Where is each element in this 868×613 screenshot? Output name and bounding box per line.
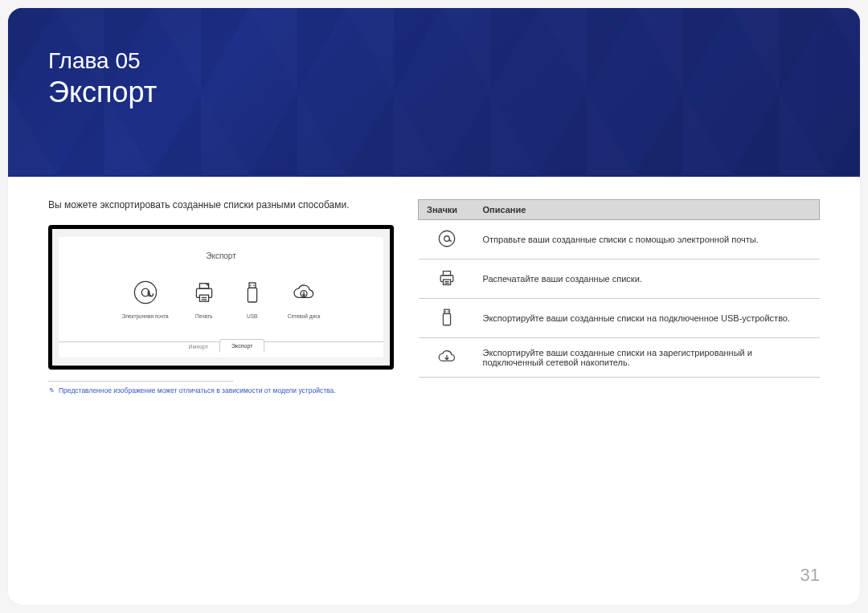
svg-point-12 [439, 231, 455, 247]
footnote: ✎Представленное изображение может отлича… [48, 386, 394, 394]
option-network-label: Сетевой диск [288, 313, 321, 319]
table-row: Распечатайте ваши созданные списки. [419, 260, 820, 299]
tab-import: Импорт [178, 341, 219, 352]
at-icon [133, 294, 158, 308]
chapter-title: Экспорт [48, 76, 820, 109]
footnote-text: Представленное изображение может отличат… [59, 386, 336, 394]
table-row: Экспортируйте ваши созданные списки на п… [419, 299, 820, 338]
table-row: Экспортируйте ваши созданные списки на з… [419, 338, 820, 378]
table-desc: Распечатайте ваши созданные списки. [475, 260, 820, 299]
option-print: Печать [191, 280, 217, 319]
table-desc: Отправьте ваши созданные списки с помощь… [475, 220, 820, 260]
table-header-icons: Значки [419, 200, 475, 220]
table-header-desc: Описание [475, 200, 820, 220]
footnote-divider [48, 381, 233, 382]
screen-tabs: Импорт Экспорт [59, 341, 383, 358]
option-usb: USB [240, 280, 265, 319]
svg-point-13 [444, 236, 449, 242]
option-email-label: Электронная почта [122, 313, 169, 319]
svg-rect-8 [248, 288, 256, 302]
cloud-download-icon [436, 359, 457, 369]
table-row: Отправьте ваши созданные списки с помощь… [419, 220, 820, 260]
svg-rect-4 [199, 295, 208, 301]
svg-rect-7 [249, 283, 256, 288]
svg-rect-15 [443, 272, 450, 276]
option-email: Электронная почта [122, 280, 169, 319]
tab-export: Экспорт [219, 339, 264, 353]
usb-icon [240, 294, 265, 308]
usb-icon [436, 320, 457, 329]
table-desc: Экспортируйте ваши созданные списки на з… [475, 338, 820, 378]
ui-screenshot: Экспорт [48, 225, 394, 370]
document-page: Глава 05 Экспорт Вы можете экспортироват… [8, 8, 860, 605]
intro-text: Вы можете экспортировать созданные списк… [48, 199, 394, 210]
screen-title: Экспорт [59, 237, 383, 260]
printer-icon [436, 280, 457, 290]
chapter-label: Глава 05 [48, 48, 820, 74]
option-print-label: Печать [191, 313, 217, 319]
right-column: Значки Описание [418, 199, 820, 394]
svg-rect-16 [443, 280, 450, 285]
option-network-drive: Сетевой диск [288, 280, 321, 319]
icon-description-table: Значки Описание [418, 199, 820, 378]
svg-point-0 [134, 281, 156, 303]
ui-screenshot-inner: Экспорт [59, 237, 383, 358]
svg-rect-20 [443, 313, 450, 325]
cloud-download-icon [291, 294, 317, 308]
content-area: Вы можете экспортировать созданные списк… [8, 177, 860, 394]
screen-icons-row: Электронная почта [59, 280, 383, 319]
table-desc: Экспортируйте ваши созданные списки на п… [475, 299, 820, 338]
option-usb-label: USB [240, 313, 265, 319]
chapter-banner: Глава 05 Экспорт [8, 8, 860, 177]
printer-icon [191, 294, 217, 308]
page-number: 31 [800, 565, 820, 586]
note-icon: ✎ [48, 386, 54, 394]
at-icon [436, 241, 457, 251]
svg-rect-19 [444, 309, 449, 313]
left-column: Вы можете экспортировать созданные списк… [48, 199, 394, 394]
